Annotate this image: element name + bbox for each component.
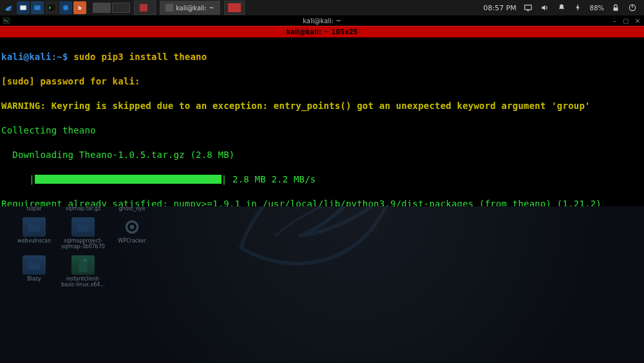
terminal-titlebar[interactable]: kali@kali: ~ – ▢ ✕ — [0, 15, 644, 26]
progress-line: || 2.8 MB 2.2 MB/s — [1, 173, 643, 186]
clock: 08:57 PM — [483, 4, 516, 12]
battery-icon[interactable] — [573, 3, 583, 13]
terminal-window: kali@kali: ~ – ▢ ✕ kali@kali: ~ 105x25 k… — [0, 15, 644, 206]
taskbar-app-icon — [228, 3, 241, 12]
folder-icon — [23, 255, 46, 275]
minimize-button[interactable]: – — [611, 17, 618, 25]
desktop-icon-label: ghost_eye — [119, 206, 146, 212]
requirement-line: Requirement already satisfied: numpy>=1.… — [1, 198, 643, 206]
workspace-1[interactable] — [93, 3, 111, 13]
desktop-icon-label: tulpar — [26, 206, 42, 212]
terminal-window-title: kali@kali: ~ — [303, 17, 341, 25]
collecting-line: Collecting theano — [1, 124, 643, 137]
volume-icon[interactable] — [540, 3, 550, 13]
files-launcher-icon[interactable] — [17, 1, 30, 14]
terminal-launcher-icon[interactable] — [45, 1, 58, 14]
downloading-line: Downloading Theano-1.0.5.tar.gz (2.8 MB) — [1, 149, 643, 161]
warning-line: WARNING: Keyring is skipped due to an ex… — [1, 100, 643, 112]
desktop-icon[interactable]: instantclient-basic-linux.x64... — [61, 255, 106, 288]
svg-rect-6 — [527, 10, 529, 11]
desktop-icon-label: instantclient-basic-linux.x64... — [61, 277, 106, 288]
svg-rect-14 — [3, 18, 10, 24]
progress-label: 2.8 MB 2.2 MB/s — [227, 174, 316, 184]
close-button[interactable]: ✕ — [634, 17, 641, 25]
workspace-switcher[interactable] — [93, 3, 130, 13]
top-panel: b kali@kali: ~ 08:57 PM — [0, 0, 644, 15]
svg-text:b: b — [78, 5, 82, 11]
svg-rect-9 — [632, 5, 632, 8]
svg-point-13 — [130, 225, 135, 230]
panel-right: 08:57 PM 88% — [483, 3, 644, 13]
lock-icon[interactable] — [611, 3, 621, 13]
prompt-user: kali@kali — [1, 52, 52, 62]
desktop-icon[interactable]: sqlmapproject-sqlmap-3b07b70 — [61, 217, 106, 250]
svg-rect-7 — [614, 7, 618, 10]
prompt-path: ~ — [57, 52, 62, 62]
browser-launcher-icon[interactable] — [59, 1, 72, 14]
terminal-tab-label: kali@kali: ~ 105x25 — [286, 28, 357, 35]
desktop-icon-label: webvulnscan — [17, 239, 51, 244]
svg-rect-0 — [20, 6, 26, 10]
kali-menu-icon[interactable] — [3, 1, 15, 14]
taskbar-item[interactable] — [134, 1, 156, 15]
svg-rect-2 — [48, 5, 55, 10]
folder-icon — [71, 217, 95, 237]
terminal-body[interactable]: kali@kali:~$ sudo pip3 install theano [s… — [0, 37, 644, 206]
display-icon[interactable] — [523, 3, 533, 13]
desktop-icon[interactable]: WPCracker — [109, 217, 155, 250]
folder-icon — [23, 217, 46, 237]
file-icon — [71, 255, 95, 275]
taskbar-app-icon — [166, 4, 173, 12]
taskbar-item[interactable]: kali@kali: ~ — [160, 1, 220, 15]
desktop-icon-label: WPCracker — [118, 239, 146, 244]
svg-rect-5 — [525, 5, 532, 10]
burp-launcher-icon[interactable]: b — [73, 1, 86, 14]
desktop-icon-label: sqlmapproject-sqlmap-3b07b70 — [61, 239, 106, 250]
battery-percent: 88% — [590, 5, 604, 12]
terminal-command: sudo pip3 install theano — [73, 52, 207, 62]
svg-point-3 — [63, 5, 68, 10]
maximize-button[interactable]: ▢ — [622, 17, 630, 25]
panel-left: b kali@kali: ~ — [0, 1, 245, 15]
desktop-icon[interactable]: webvulnscan — [12, 217, 57, 250]
terminal-tab[interactable]: kali@kali: ~ 105x25 — [0, 26, 644, 37]
files2-launcher-icon[interactable] — [31, 1, 44, 14]
desktop-icon-label: sqlmap.tar.gz — [66, 206, 100, 212]
gear-icon — [120, 217, 144, 237]
terminal-title-icon — [3, 17, 10, 25]
desktop-icon-label: Blazy — [27, 277, 41, 282]
taskbar-label: kali@kali: ~ — [176, 5, 214, 12]
taskbar-app-icon — [140, 4, 147, 12]
notifications-icon[interactable] — [556, 3, 567, 13]
sudo-prompt-line: [sudo] password for kali: — [1, 75, 643, 88]
window-controls: – ▢ ✕ — [611, 17, 641, 25]
desktop-icon[interactable]: Blazy — [12, 255, 57, 288]
power-icon[interactable] — [627, 3, 638, 13]
progress-bar — [35, 175, 222, 184]
svg-rect-1 — [34, 6, 40, 10]
taskbar-item[interactable] — [224, 1, 245, 15]
workspace-2[interactable] — [112, 3, 130, 13]
